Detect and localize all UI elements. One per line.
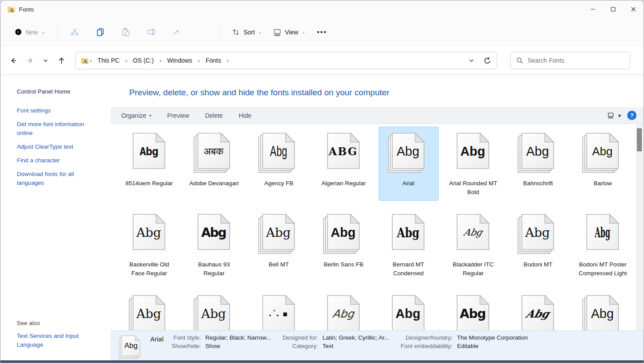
views-button[interactable]: ▾ <box>607 112 621 119</box>
plus-circle-icon <box>15 28 22 36</box>
command-preview[interactable]: Preview <box>167 112 189 119</box>
sidebar-see-also-group: See also Text Services and Input Languag… <box>17 320 102 354</box>
font-glyph: Abg <box>391 301 425 326</box>
font-tile[interactable]: Abg8514oem Regular <box>119 127 179 201</box>
sidebar-links: Font settingsGet more font information o… <box>17 106 102 192</box>
font-tile[interactable]: .´. ▪ <box>249 289 309 330</box>
font-tile[interactable]: ABGAlgerian Regular <box>314 127 374 201</box>
view-button[interactable]: View ⌄ <box>269 25 309 40</box>
font-tile[interactable]: Abg <box>508 289 568 330</box>
breadcrumb-chevron-icon: › <box>197 57 201 64</box>
font-tile[interactable]: AbgBell MT <box>249 208 309 282</box>
sidebar: Control Panel Home Font settingsGet more… <box>0 75 111 360</box>
refresh-button[interactable] <box>480 53 494 67</box>
font-tile[interactable]: AbgBlackadder ITC Regular <box>443 208 503 282</box>
font-tile[interactable]: AbgBodoni MT <box>508 208 568 282</box>
font-tile[interactable]: Abg <box>379 289 439 330</box>
up-button[interactable] <box>53 52 69 68</box>
forward-button[interactable] <box>22 52 37 68</box>
font-name-label: Arial Rounded MT Bold <box>448 179 499 197</box>
font-tile[interactable]: AbgArial <box>379 127 439 201</box>
details-fields: Font style:Regular; Black; Narrow...Show… <box>171 334 539 349</box>
font-name-label: Algerian Regular <box>319 179 369 188</box>
breadcrumb-item[interactable]: This PC <box>95 55 122 66</box>
font-tile[interactable]: AbgBerlin Sans FB <box>314 208 374 282</box>
chevron-down-icon: ⌄ <box>258 30 262 34</box>
command-organize[interactable]: Organize▾ <box>121 112 151 119</box>
font-tile[interactable]: AbgAgency FB <box>249 127 309 201</box>
sidebar-link[interactable]: Adjust ClearType text <box>17 142 98 151</box>
help-button[interactable]: ? <box>627 111 637 120</box>
sidebar-link[interactable]: Download fonts for all languages <box>17 170 98 187</box>
font-file-icon: Abg <box>521 295 555 330</box>
delete-button[interactable] <box>194 24 211 40</box>
maximize-button[interactable] <box>603 0 623 18</box>
details-field-label: Show/hide: <box>171 343 201 349</box>
font-name-label: Bernard MT Condensed <box>383 260 434 278</box>
back-button[interactable] <box>6 52 22 68</box>
address-dropdown-button[interactable] <box>464 53 478 67</box>
font-tile[interactable]: AbgBauhaus 93 Regular <box>184 208 244 282</box>
font-tile[interactable]: Abg <box>314 289 374 330</box>
new-button[interactable]: New ⌄ <box>10 25 49 39</box>
font-file-icon: Abg <box>132 132 167 175</box>
font-tile[interactable]: Abg <box>573 289 633 330</box>
close-button[interactable] <box>623 0 644 18</box>
scrollbar-thumb[interactable] <box>637 128 642 151</box>
font-glyph: Abg <box>586 138 619 164</box>
details-field-label: Font style: <box>171 334 201 341</box>
recent-locations-button[interactable] <box>37 52 53 68</box>
font-file-icon: Abg <box>521 132 555 175</box>
command-hide[interactable]: Hide <box>239 112 252 119</box>
sidebar-link[interactable]: Get more font information online <box>17 120 98 138</box>
font-tile[interactable]: AbgBahnschrift <box>508 127 568 201</box>
font-tile[interactable]: AbgBaskerville Old Face Regular <box>119 208 179 282</box>
font-file-icon: Abg <box>586 295 620 330</box>
font-glyph: Abg <box>395 220 421 245</box>
minimize-button[interactable] <box>583 0 603 18</box>
font-tile[interactable]: Abg <box>119 289 179 330</box>
sidebar-link[interactable]: Text Services and Input Language <box>17 332 98 349</box>
font-tile[interactable]: Abg <box>184 289 244 330</box>
command-delete[interactable]: Delete <box>205 112 223 119</box>
font-tile[interactable]: अबकAdobe Devanagari <box>184 127 244 201</box>
cut-button[interactable] <box>66 24 83 40</box>
font-name-label: Arial <box>383 179 434 188</box>
breadcrumb-item[interactable]: Windows <box>164 55 195 66</box>
font-tile[interactable]: AbgBarlow <box>573 127 633 201</box>
new-button-label: New <box>26 29 38 36</box>
details-field-value: Text <box>322 343 389 349</box>
paste-icon <box>122 28 130 36</box>
address-bar[interactable]: ›This PC›OS (C:)›Windows›Fonts› <box>75 52 497 69</box>
details-field-label: Font embeddability: <box>401 343 453 349</box>
sidebar-link[interactable]: Find a character <box>17 156 98 165</box>
details-field-group: Designed for:Latin; Greek; Cyrillic; Ar.… <box>283 334 389 349</box>
details-field-value: Editable <box>457 343 528 349</box>
sidebar-item-control-panel-home[interactable]: Control Panel Home <box>17 88 102 95</box>
sort-button[interactable]: Sort ⌄ <box>227 25 266 40</box>
breadcrumb-item[interactable]: OS (C:) <box>130 55 156 66</box>
copy-button[interactable] <box>91 24 109 40</box>
font-glyph: Abg <box>197 220 231 245</box>
vertical-scrollbar[interactable] <box>636 124 643 330</box>
font-tile[interactable]: AbgBernard MT Condensed <box>379 208 439 282</box>
font-tile[interactable]: Abg <box>443 289 503 330</box>
font-file-icon: Abg <box>456 213 491 256</box>
paste-button[interactable] <box>117 24 134 40</box>
triangle-down-icon: ▾ <box>618 112 621 119</box>
share-button[interactable] <box>168 24 186 40</box>
font-glyph: Abg <box>267 138 289 164</box>
font-glyph: Abg <box>262 220 295 245</box>
search-input[interactable] <box>528 57 625 64</box>
details-pane: Abg Arial Font style:Regular; Black; Nar… <box>111 330 644 360</box>
sidebar-link[interactable]: Font settings <box>17 106 98 115</box>
see-more-button[interactable]: ••• <box>313 28 331 36</box>
command-bar-right: ▾ ? <box>607 111 637 120</box>
font-file-icon: Abg <box>456 295 491 330</box>
font-name-label: Bodoni MT Poster Compressed Light <box>578 260 628 278</box>
rename-button[interactable] <box>142 24 160 40</box>
search-box[interactable] <box>510 52 630 69</box>
breadcrumb-item[interactable]: Fonts <box>203 55 223 66</box>
font-tile[interactable]: AbgArial Rounded MT Bold <box>443 127 503 201</box>
font-tile[interactable]: AbgBodoni MT Poster Compressed Light <box>573 208 633 282</box>
